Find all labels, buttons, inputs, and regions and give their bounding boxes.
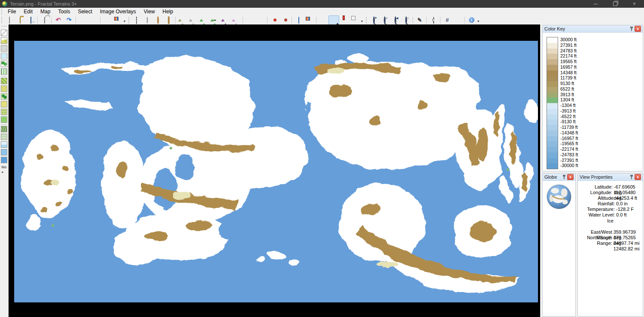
toggle-globe-grid-button[interactable] xyxy=(453,15,463,25)
pin-icon[interactable] xyxy=(630,175,633,179)
view-temperature-button[interactable] xyxy=(339,15,350,25)
select-rectangle-button[interactable] xyxy=(131,15,142,25)
undo-icon: ↶ xyxy=(56,17,61,23)
palette-cropland-stripes-swatch[interactable] xyxy=(1,78,7,84)
close-icon[interactable]: x xyxy=(635,26,641,32)
pin-icon[interactable] xyxy=(562,175,566,179)
close-button[interactable]: × xyxy=(625,0,644,8)
property-value: 112.05480 deg xyxy=(614,190,643,195)
pencil-tool-button[interactable]: ✎ xyxy=(414,15,425,25)
palette-sea-water-swatch[interactable] xyxy=(1,149,7,155)
toolbar-dropdown-arrow[interactable]: ▾ xyxy=(477,19,479,23)
title-bar: Terrain.png - Fractal Terrains 3+ × xyxy=(0,0,644,8)
info-tool-button[interactable]: i xyxy=(466,15,477,25)
lower-prescale-button[interactable] xyxy=(209,15,220,25)
globe-preview[interactable] xyxy=(546,184,572,210)
raise-terrain-icon xyxy=(180,17,185,23)
menu-file[interactable]: File xyxy=(4,8,20,15)
palette-scrubland-swatch[interactable] xyxy=(1,109,7,115)
palette-jungle-swatch[interactable] xyxy=(1,93,7,100)
zoom-in-button[interactable]: + xyxy=(368,15,379,25)
toolbar-grip[interactable] xyxy=(128,17,129,23)
toggle-grid-icon: # xyxy=(446,17,449,23)
menu-select[interactable]: Select xyxy=(74,8,96,15)
select-polygon-button[interactable] xyxy=(163,15,174,25)
zoom-window-button[interactable]: ▫ xyxy=(401,15,411,25)
palette-mountains-swatch[interactable] xyxy=(1,30,7,36)
toggle-grid-button[interactable]: # xyxy=(442,15,453,25)
palette-savanna-swatch[interactable] xyxy=(1,85,7,92)
palette-plains-swatch[interactable] xyxy=(1,116,7,123)
world-color-alt-button[interactable] xyxy=(88,15,99,25)
toolbar-dropdown-arrow[interactable]: ▾ xyxy=(361,19,363,23)
world-lighting-button[interactable] xyxy=(102,15,112,25)
palette-hills-swatch[interactable] xyxy=(1,37,7,44)
lower-mountains-button[interactable] xyxy=(231,15,241,25)
pan-tool-button[interactable] xyxy=(428,15,439,25)
redo-icon: ↷ xyxy=(67,17,72,23)
palette-swamp-swatch[interactable] xyxy=(1,126,7,132)
close-icon[interactable]: x xyxy=(567,174,574,180)
surface-status: Ice xyxy=(578,218,643,224)
palette-grip[interactable] xyxy=(2,26,6,28)
raise-mountains-button[interactable] xyxy=(220,15,231,25)
menu-image-overlays[interactable]: Image Overlays xyxy=(96,8,140,15)
raise-temperature-button[interactable] xyxy=(269,15,279,25)
minimize-button[interactable] xyxy=(586,0,605,8)
zoom-previous-button[interactable]: ◂ xyxy=(390,15,401,25)
edit-rainfall-button[interactable] xyxy=(293,15,304,25)
menu-tools[interactable]: Tools xyxy=(54,8,74,15)
select-lasso-button[interactable] xyxy=(152,15,163,25)
elevation-label: 6522 ft xyxy=(560,86,578,92)
close-icon[interactable]: x xyxy=(635,174,641,180)
world-image-button[interactable] xyxy=(112,15,123,25)
color-key-titlebar: Color Key x xyxy=(543,25,643,33)
raise-terrain-button[interactable] xyxy=(177,15,188,25)
toolbar-grip[interactable] xyxy=(366,17,367,23)
save-file-button[interactable] xyxy=(25,15,36,25)
view-image-button[interactable] xyxy=(328,15,339,25)
view-rainfall-button[interactable] xyxy=(350,15,361,25)
lower-temperature-button[interactable] xyxy=(279,15,290,25)
zoom-out-button[interactable]: − xyxy=(379,15,390,25)
lower-mountains-icon xyxy=(234,17,239,23)
menu-map[interactable]: Map xyxy=(36,8,54,15)
palette-desert-swatch[interactable] xyxy=(1,101,7,107)
world-map-canvas[interactable] xyxy=(14,41,538,302)
pin-icon[interactable] xyxy=(630,27,633,31)
property-label: Rainfall: xyxy=(578,201,615,207)
palette-scroll-left-arrow[interactable]: ◂ xyxy=(0,170,8,174)
elevation-label: -24783 ft xyxy=(560,152,578,158)
lower-terrain-button[interactable] xyxy=(188,15,198,25)
world-color-button[interactable] xyxy=(77,15,88,25)
raise-prescale-icon xyxy=(201,17,207,23)
palette-coastal-waves-swatch[interactable] xyxy=(1,53,7,59)
menu-grip[interactable] xyxy=(1,9,2,15)
open-file-button[interactable] xyxy=(15,15,25,25)
print-button[interactable] xyxy=(39,15,50,25)
menu-view[interactable]: View xyxy=(140,8,159,15)
elevation-swatch xyxy=(547,136,558,142)
palette-tundra-swatch[interactable] xyxy=(1,134,7,140)
menu-edit[interactable]: Edit xyxy=(20,8,36,15)
undo-button[interactable]: ↶ xyxy=(53,15,64,25)
view-altitude-button[interactable] xyxy=(318,15,328,25)
select-ellipse-button[interactable] xyxy=(142,15,152,25)
palette-shallow-water-swatch[interactable] xyxy=(1,141,7,148)
globe-panel: Globe x xyxy=(542,173,576,317)
palette-deep-water-swatch[interactable] xyxy=(1,157,7,163)
toolbar-grip[interactable] xyxy=(1,17,2,23)
restore-button[interactable] xyxy=(605,0,625,8)
raise-prescale-button[interactable] xyxy=(198,15,209,25)
fill-water-button[interactable] xyxy=(244,15,255,25)
menu-bar: FileEditMapToolsSelectImage OverlaysView… xyxy=(0,8,644,15)
toolbar-dropdown-arrow[interactable]: ▾ xyxy=(124,19,125,23)
redo-button[interactable]: ↷ xyxy=(64,15,74,25)
palette-forest-swatch[interactable] xyxy=(1,61,7,67)
palette-grassland-swatch[interactable] xyxy=(1,68,7,75)
edit-climate-button[interactable] xyxy=(304,15,315,25)
menu-help[interactable]: Help xyxy=(159,8,177,15)
palette-barren-swatch[interactable] xyxy=(1,45,7,52)
new-document-button[interactable] xyxy=(4,15,15,25)
drain-water-button[interactable] xyxy=(255,15,266,25)
